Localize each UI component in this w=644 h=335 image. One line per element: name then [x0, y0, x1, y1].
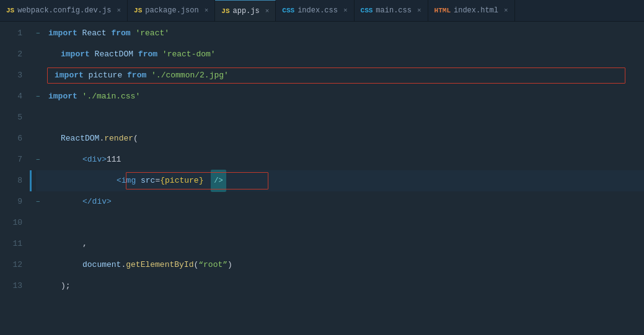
tab-label: package.json: [145, 6, 198, 15]
line-num-13: 13: [0, 276, 22, 297]
method-render: render: [104, 128, 133, 149]
line-num-2: 2: [0, 44, 22, 65]
code-line-1: − import React from 'react': [36, 23, 644, 44]
keyword-from: from: [111, 23, 135, 44]
tab-label: index.css: [298, 6, 338, 15]
method-getelementbyid: getElementById: [126, 255, 193, 276]
paren-close: ): [227, 255, 232, 276]
dot: .: [121, 255, 126, 276]
line-num-12: 12: [0, 255, 22, 276]
dot: .: [99, 128, 104, 149]
identifier-picture: picture: [89, 65, 127, 86]
line-num-1: 1: [0, 23, 22, 44]
code-line-7: − <div> 111: [36, 149, 644, 170]
tab-bar: JS webpack.config.dev.js × JS package.js…: [0, 0, 644, 22]
tab-indexhtml[interactable]: HTML index.html ×: [428, 0, 515, 21]
keyword-from: from: [138, 44, 162, 65]
line-num-8: 8: [0, 170, 22, 191]
close-icon[interactable]: ×: [504, 7, 508, 14]
paren-open: (: [133, 128, 138, 149]
close-icon[interactable]: ×: [265, 7, 270, 15]
tag-div-open: <div>: [82, 149, 107, 170]
tab-maincss[interactable]: CSS main.css ×: [355, 0, 428, 21]
line-num-3: 3: [0, 65, 22, 86]
line-num-6: 6: [0, 128, 22, 149]
line-number-gutter: 1 2 3 4 5 6 7 8 9 10 11 12 13: [0, 22, 30, 335]
fold-icon-9[interactable]: −: [36, 191, 40, 212]
close-icon[interactable]: ×: [205, 7, 209, 14]
string-root: “root”: [198, 255, 227, 276]
code-line-6: ReactDOM . render (: [36, 128, 644, 149]
completion-popup: />: [211, 170, 226, 192]
code-line-4: − import './main.css': [36, 86, 644, 107]
tab-label: app.js: [232, 7, 259, 15]
current-line-indicator: [30, 170, 32, 191]
close-icon[interactable]: ×: [343, 7, 348, 14]
keyword-import: import: [61, 44, 95, 65]
line-num-9: 9: [0, 191, 22, 212]
keyword-import: import: [48, 23, 82, 44]
tab-indexcss[interactable]: CSS index.css ×: [276, 0, 354, 21]
code-editor: 1 2 3 4 5 6 7 8 9 10 11 12 13 − import: [0, 22, 644, 335]
code-line-8: <img src = {picture} />: [36, 170, 644, 191]
string-maincss: './main.css': [82, 86, 141, 107]
code-line-3: import picture from './common/2.jpg': [36, 65, 644, 86]
closing-paren-semicolon: );: [61, 276, 71, 297]
code-line-9: − </div>: [36, 191, 644, 212]
js-icon: JS: [221, 7, 229, 15]
line-num-10: 10: [0, 212, 22, 233]
attr-value-picture: {picture}: [160, 170, 208, 191]
string-react: 'react': [135, 23, 169, 44]
attr-eq: =: [155, 170, 160, 191]
keyword-import: import: [55, 65, 89, 86]
tag-div-close: </div>: [82, 191, 112, 212]
line-num-7: 7: [0, 149, 22, 170]
js-icon: JS: [6, 7, 14, 14]
code-content-area[interactable]: − import React from 'react' import React…: [30, 22, 644, 335]
string-picture-path: './common/2.jpg': [151, 65, 229, 86]
code-line-5: [36, 107, 644, 128]
attr-src: src: [141, 170, 155, 191]
tab-package[interactable]: JS package.json ×: [128, 0, 215, 21]
css-icon: CSS: [361, 7, 373, 14]
code-line-10: [36, 212, 644, 233]
fold-icon-4[interactable]: −: [36, 86, 40, 107]
keyword-from: from: [127, 65, 151, 86]
close-icon[interactable]: ×: [117, 7, 121, 14]
string-reactdom: 'react-dom': [162, 44, 216, 65]
text-111: 111: [107, 149, 121, 170]
fold-icon-7[interactable]: −: [36, 149, 40, 170]
js-icon: JS: [134, 7, 142, 14]
code-line-11: ,: [36, 233, 644, 255]
tab-app[interactable]: JS app.js ×: [215, 0, 276, 21]
tab-label: main.css: [376, 6, 412, 15]
line-num-5: 5: [0, 107, 22, 128]
comma: ,: [82, 233, 87, 255]
identifier-react: React: [82, 23, 112, 44]
line-num-11: 11: [0, 233, 22, 255]
fold-icon-1[interactable]: −: [36, 23, 40, 44]
line-num-4: 4: [0, 86, 22, 107]
tag-img: <img: [117, 170, 141, 191]
paren-open2: (: [193, 255, 198, 276]
code-line-12: document . getElementById ( “root” ): [36, 255, 644, 276]
code-line-2: import ReactDOM from 'react-dom': [36, 44, 644, 65]
close-icon[interactable]: ×: [417, 7, 421, 14]
css-icon: CSS: [282, 7, 294, 14]
tab-webpack[interactable]: JS webpack.config.dev.js ×: [0, 0, 128, 21]
editor-window: JS webpack.config.dev.js × JS package.js…: [0, 0, 644, 335]
identifier-reactdom: ReactDOM: [61, 128, 99, 149]
tab-label: webpack.config.dev.js: [17, 6, 111, 15]
tab-label: index.html: [454, 6, 498, 15]
keyword-import: import: [48, 86, 82, 107]
code-line-13: );: [36, 276, 644, 297]
html-icon: HTML: [434, 7, 451, 14]
identifier-document: document: [82, 255, 121, 276]
identifier-reactdom: ReactDOM: [95, 44, 138, 65]
